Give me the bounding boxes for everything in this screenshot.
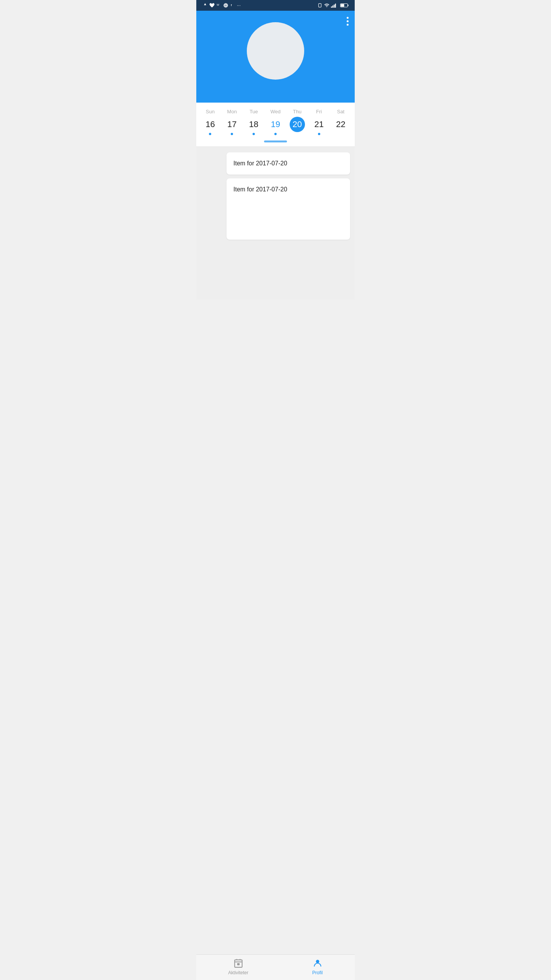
day-name-label: Sun xyxy=(206,109,215,114)
calendar-item-card[interactable]: Item for 2017-07-20 xyxy=(227,178,350,240)
day-number-label: 17 xyxy=(224,117,240,132)
date-section: Item for 2017-07-20Item for 2017-07-20 xyxy=(201,152,350,240)
day-name-label: Mon xyxy=(227,109,237,114)
more-label: ··· xyxy=(237,3,241,8)
avatar xyxy=(247,22,304,80)
calendar-indicator xyxy=(196,135,355,146)
calendar-day-col[interactable]: Thu20 xyxy=(288,109,307,132)
card-text: Item for 2017-07-20 xyxy=(233,186,287,193)
svg-rect-10 xyxy=(348,5,349,6)
w-icon: W xyxy=(216,3,222,8)
svg-text:f: f xyxy=(231,3,232,7)
svg-rect-4 xyxy=(319,3,321,7)
calendar-item-card[interactable]: Item for 2017-07-20 xyxy=(227,152,350,175)
calendar-strip: Sun16Mon17Tue18Wed19Thu20Fri21Sat22 xyxy=(196,103,355,146)
day-name-label: Sat xyxy=(337,109,345,114)
signal-icon xyxy=(331,3,337,8)
arrow-up-icon xyxy=(202,3,208,8)
calendar-day-col[interactable]: Mon17 xyxy=(222,109,241,132)
svg-text:m: m xyxy=(225,4,227,7)
calendar-day-col[interactable]: Sun16 xyxy=(201,109,220,132)
svg-rect-5 xyxy=(331,7,332,8)
day-number-label: 22 xyxy=(333,117,348,132)
day-number-label: 18 xyxy=(246,117,261,132)
day-name-label: Tue xyxy=(249,109,258,114)
calendar-day-col[interactable]: Wed19 xyxy=(266,109,285,132)
card-text: Item for 2017-07-20 xyxy=(233,160,287,167)
profile-header xyxy=(196,11,355,103)
vibrate-icon xyxy=(317,3,323,8)
items-column: Item for 2017-07-20Item for 2017-07-20 xyxy=(227,152,350,240)
wifi-icon xyxy=(324,3,329,8)
day-name-label: Fri xyxy=(316,109,322,114)
indicator-bar xyxy=(264,140,287,142)
battery-icon xyxy=(340,3,349,8)
calendar-days-row: Sun16Mon17Tue18Wed19Thu20Fri21Sat22 xyxy=(196,109,355,132)
day-name-label: Wed xyxy=(271,109,281,114)
status-right xyxy=(317,3,350,8)
day-name-label: Thu xyxy=(293,109,302,114)
day-number-label: 21 xyxy=(311,117,327,132)
status-left: W m f ··· xyxy=(201,3,241,8)
health-icon xyxy=(209,3,215,8)
date-label xyxy=(201,152,222,240)
facebook-icon: f xyxy=(230,3,235,8)
calendar-day-col[interactable]: Fri21 xyxy=(310,109,329,132)
svg-rect-6 xyxy=(333,6,334,8)
svg-text:W: W xyxy=(217,3,219,6)
messenger-icon: m xyxy=(223,3,228,8)
svg-rect-8 xyxy=(335,4,336,8)
calendar-day-col[interactable]: Sat22 xyxy=(331,109,350,132)
content-area: Item for 2017-07-20Item for 2017-07-20 xyxy=(196,146,355,299)
status-bar: W m f ··· xyxy=(196,0,355,11)
more-menu-button[interactable] xyxy=(347,17,349,26)
svg-rect-11 xyxy=(341,4,344,7)
calendar-day-col[interactable]: Tue18 xyxy=(244,109,263,132)
day-number-label: 20 xyxy=(290,117,305,132)
day-number-label: 16 xyxy=(202,117,218,132)
day-number-label: 19 xyxy=(268,117,283,132)
svg-rect-7 xyxy=(334,5,335,8)
